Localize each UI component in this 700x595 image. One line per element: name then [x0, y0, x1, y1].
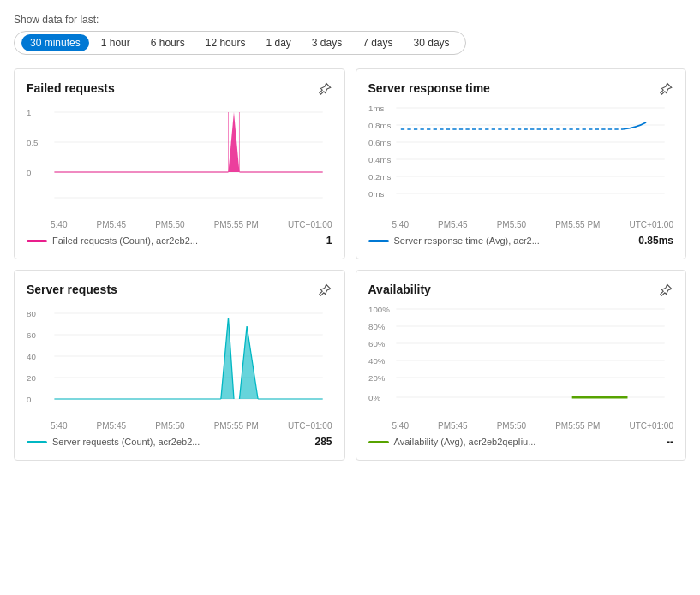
pin-icon-server-response[interactable]	[658, 81, 673, 97]
svg-text:0: 0	[27, 169, 31, 177]
failed-requests-title: Failed requests	[27, 81, 115, 95]
time-btn-30days[interactable]: 30 days	[405, 34, 458, 51]
svg-text:1ms: 1ms	[368, 104, 385, 113]
availability-value: --	[667, 436, 673, 448]
server-response-legend-label: Server response time (Avg), acr2...	[394, 235, 540, 246]
server-response-value: 0.85ms	[638, 235, 673, 247]
server-requests-legend-line	[27, 441, 47, 443]
server-requests-value: 285	[314, 436, 332, 448]
svg-text:60%: 60%	[368, 340, 385, 348]
svg-text:40%: 40%	[368, 357, 385, 366]
time-btn-3days[interactable]: 3 days	[303, 34, 350, 51]
server-response-footer: Server response time (Avg), acr2... 0.85…	[368, 235, 674, 247]
failed-requests-value: 1	[326, 235, 332, 247]
svg-text:60: 60	[27, 331, 36, 340]
svg-text:80%: 80%	[368, 323, 385, 331]
failed-requests-legend-label: Failed requests (Count), acr2eb2...	[52, 235, 198, 246]
svg-text:0.6ms: 0.6ms	[368, 139, 392, 147]
availability-legend-label: Availability (Avg), acr2eb2qepIiu...	[394, 437, 536, 447]
availability-chart: 100% 80% 60% 40% 20% 0%	[368, 305, 674, 416]
server-response-x-axis: 5:40PM5:45PM5:50PM5:55 PMUTC+01:00	[368, 220, 674, 229]
pin-icon-failed[interactable]	[317, 81, 332, 97]
availability-legend-line	[368, 441, 389, 443]
pin-icon-server-requests[interactable]	[317, 283, 332, 298]
server-response-card: Server response time 1ms 0.8ms 0.6ms 0.4…	[356, 68, 687, 259]
svg-text:0.4ms: 0.4ms	[368, 156, 392, 164]
time-btn-30min[interactable]: 30 minutes	[21, 34, 89, 51]
svg-text:20%: 20%	[368, 374, 385, 383]
time-btn-6hours[interactable]: 6 hours	[142, 34, 194, 51]
server-requests-x-axis: 5:40PM5:45PM5:50PM5:55 PMUTC+01:00	[27, 421, 332, 431]
svg-text:1: 1	[27, 109, 31, 117]
time-filter-bar: 30 minutes 1 hour 6 hours 12 hours 1 day…	[14, 31, 466, 55]
server-response-legend-line	[368, 240, 389, 242]
charts-grid: Failed requests 1 0.5 0	[14, 68, 686, 461]
availability-x-axis: 5:40PM5:45PM5:50PM5:55 PMUTC+01:00	[368, 421, 674, 431]
server-requests-chart: 80 60 40 20 0	[27, 305, 332, 416]
server-requests-title: Server requests	[27, 283, 117, 296]
svg-text:0ms: 0ms	[368, 190, 385, 199]
svg-text:80: 80	[27, 310, 36, 318]
server-response-title: Server response time	[368, 81, 490, 95]
failed-requests-card: Failed requests 1 0.5 0	[14, 68, 345, 259]
failed-requests-legend-line	[27, 240, 47, 242]
show-data-label: Show data for last:	[14, 14, 686, 26]
svg-text:100%: 100%	[368, 306, 390, 314]
svg-text:0.5: 0.5	[27, 139, 39, 147]
svg-text:0: 0	[27, 396, 31, 404]
pin-icon-availability[interactable]	[658, 283, 673, 298]
svg-text:0%: 0%	[368, 394, 380, 402]
failed-requests-footer: Failed requests (Count), acr2eb2... 1	[27, 235, 332, 247]
availability-footer: Availability (Avg), acr2eb2qepIiu... --	[368, 436, 674, 448]
availability-title: Availability	[368, 283, 431, 296]
svg-text:20: 20	[27, 374, 36, 383]
svg-text:0.8ms: 0.8ms	[368, 122, 392, 130]
time-btn-1day[interactable]: 1 day	[257, 34, 299, 51]
availability-card: Availability 100% 80% 60% 40% 20% 0%	[356, 270, 687, 461]
svg-text:40: 40	[27, 353, 36, 361]
svg-text:0.2ms: 0.2ms	[368, 173, 392, 181]
server-response-chart: 1ms 0.8ms 0.6ms 0.4ms 0.2ms 0ms	[368, 104, 674, 215]
failed-x-axis: 5:40PM5:45PM5:50PM5:55 PMUTC+01:00	[27, 220, 332, 229]
server-requests-card: Server requests 80 60 40 20 0	[14, 270, 345, 461]
time-btn-1hour[interactable]: 1 hour	[93, 34, 139, 51]
time-btn-7days[interactable]: 7 days	[354, 34, 401, 51]
server-requests-footer: Server requests (Count), acr2eb2... 285	[27, 436, 332, 448]
failed-requests-chart: 1 0.5 0	[27, 104, 332, 215]
time-btn-12hours[interactable]: 12 hours	[197, 34, 254, 51]
server-requests-legend-label: Server requests (Count), acr2eb2...	[52, 437, 200, 447]
